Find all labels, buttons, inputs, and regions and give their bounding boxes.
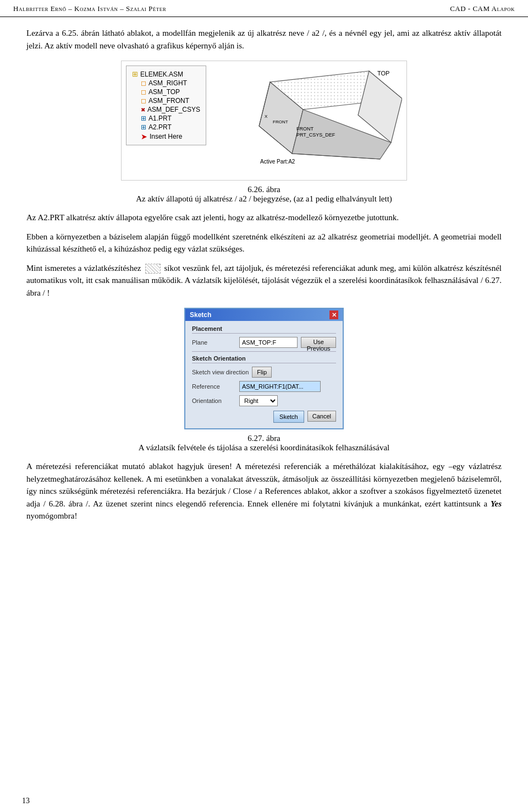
paragraph-2: Az A2.PRT alkatrész aktív állapota egyel…	[26, 211, 502, 224]
svg-text:PRT_CSYS_DEF: PRT_CSYS_DEF	[296, 132, 336, 138]
p5-end: nyomógombra!	[26, 511, 77, 520]
tree-item-a2: ⊞ A2.PRT	[141, 123, 200, 132]
plane-label: Plane	[192, 339, 236, 346]
dialog-body: Placement Plane Use Previous Sketch Orie…	[185, 321, 343, 428]
tree-item-insert: ➤ Insert Here	[141, 132, 200, 141]
tree-item-a1: ⊞ A1.PRT	[141, 114, 200, 123]
svg-text:FRONT: FRONT	[273, 119, 288, 124]
cancel-button[interactable]: Cancel	[307, 411, 336, 422]
svg-text:X: X	[265, 114, 268, 119]
dialog-actions: Sketch Cancel	[192, 411, 336, 423]
header-right: CAD - CAM Alapok	[450, 4, 515, 13]
plane-row: Plane Use Previous	[192, 337, 336, 348]
orientation-select[interactable]: Right Top Left Bottom	[239, 395, 278, 406]
tree-root: ⊞ ELEMEK.ASM	[132, 69, 200, 79]
dialog-close-button[interactable]: ✕	[329, 310, 338, 319]
paragraph-1: Lezárva a 6.25. ábrán látható ablakot, a…	[26, 27, 502, 52]
figure-626-box: ⊞ ELEMEK.ASM ◻ ASM_RIGHT ◻ ASM_TOP ◻ ASM…	[121, 61, 407, 181]
tree-item-right: ◻ ASM_RIGHT	[141, 79, 200, 88]
sketch-view-label: Sketch view direction	[192, 369, 249, 375]
fig-626-label: ábra	[266, 185, 280, 194]
tree-panel: ⊞ ELEMEK.ASM ◻ ASM_RIGHT ◻ ASM_TOP ◻ ASM…	[126, 66, 206, 145]
svg-text:FRONT: FRONT	[296, 126, 314, 132]
flip-button[interactable]: Flip	[252, 367, 272, 378]
dialog-title: Sketch	[190, 311, 211, 319]
p5-main: A méretezési referenciákat mutató ablako…	[26, 462, 502, 508]
reference-input[interactable]	[239, 381, 321, 392]
svg-text:Active Part:A2: Active Part:A2	[260, 159, 295, 165]
fig-626-caption: 6.26. ábra Az aktív állapotú új alkatrés…	[26, 185, 502, 204]
sketch-orientation-label: Sketch Orientation	[192, 355, 336, 363]
tree-item-csys: ✖ ASM_DEF_CSYS	[141, 105, 200, 114]
reference-label: Reference	[192, 383, 236, 390]
page-content: Lezárva a 6.25. ábrán látható ablakot, a…	[0, 17, 528, 539]
fig-627-num: 6.27.	[248, 434, 264, 443]
reference-row: Reference	[192, 381, 336, 392]
page-number: 13	[22, 797, 30, 805]
p5-yes: Yes	[491, 499, 502, 508]
placement-section-label: Placement	[192, 325, 336, 334]
shape-svg: TOP	[215, 66, 402, 176]
svg-text:TOP: TOP	[377, 70, 389, 77]
figure-626-container: ⊞ ELEMEK.ASM ◻ ASM_RIGHT ◻ ASM_TOP ◻ ASM…	[26, 61, 502, 181]
fig-626-text: Az aktív állapotú új alkatrész / a2 / be…	[136, 194, 392, 203]
sketch-dialog[interactable]: Sketch ✕ Placement Plane Use Previous Sk…	[184, 308, 344, 429]
sketch-icon	[145, 264, 161, 274]
sketch-view-row: Sketch view direction Flip	[192, 367, 336, 378]
fig-627-label: ábra	[266, 434, 280, 443]
plane-input[interactable]	[239, 337, 298, 348]
header-left: Halbritter Ernő – Kozma István – Szalai …	[13, 4, 166, 13]
dialog-title-bar: Sketch ✕	[185, 309, 343, 321]
page-header: Halbritter Ernő – Kozma István – Szalai …	[0, 0, 528, 17]
tree-item-top: ◻ ASM_TOP	[141, 88, 200, 96]
fig-626-num: 6.26.	[248, 185, 264, 194]
paragraph-4: Mint ismeretes a vázlatkészítéshez síkot…	[26, 262, 502, 299]
sketch-confirm-button[interactable]: Sketch	[273, 411, 304, 423]
tree-item-front: ◻ ASM_FRONT	[141, 96, 200, 105]
orientation-label: Orientation	[192, 397, 236, 404]
orientation-row: Orientation Right Top Left Bottom	[192, 395, 336, 406]
figure-627-container: Sketch ✕ Placement Plane Use Previous Sk…	[26, 308, 502, 429]
fig-627-text: A vázlatsík felvétele és tájolása a szer…	[139, 443, 389, 452]
p4-start: Mint ismeretes a vázlatkészítéshez	[26, 264, 141, 273]
fig-627-caption: 6.27. ábra A vázlatsík felvétele és tájo…	[26, 434, 502, 453]
paragraph-5: A méretezési referenciákat mutató ablako…	[26, 460, 502, 522]
use-previous-button[interactable]: Use Previous	[301, 337, 336, 348]
paragraph-3: Ebben a környezetben a báziselem alapján…	[26, 231, 502, 255]
shape-panel: TOP	[215, 66, 402, 176]
